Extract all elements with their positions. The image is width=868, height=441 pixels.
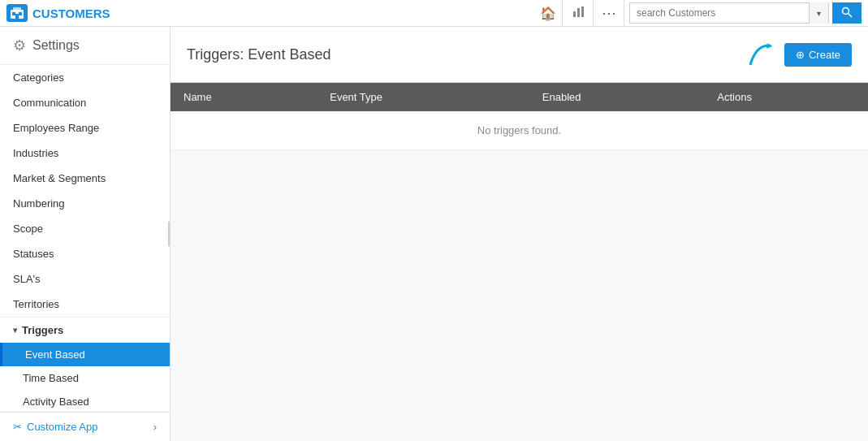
- sidebar-item-numbering[interactable]: Numbering: [0, 191, 170, 216]
- triggers-section: ▾ Triggers Event Based Time Based Activi…: [0, 317, 170, 413]
- empty-message: No triggers found.: [171, 111, 868, 150]
- settings-label: Settings: [32, 38, 80, 53]
- logo-icon: [6, 4, 28, 22]
- sidebar-nav: Categories Communication Employees Range…: [0, 65, 170, 317]
- svg-rect-5: [573, 11, 576, 17]
- sidebar-item-market-segments[interactable]: Market & Segments: [0, 166, 170, 191]
- svg-line-9: [849, 13, 853, 17]
- topbar-icons: 🏠 ··· ▾: [533, 0, 862, 27]
- more-icon: ···: [602, 5, 616, 22]
- settings-header: ⚙ Settings: [0, 27, 170, 65]
- triggers-header[interactable]: ▾ Triggers: [0, 318, 170, 343]
- layout: ⚙ Settings Categories Communication Empl…: [0, 27, 868, 441]
- more-button[interactable]: ···: [595, 0, 624, 27]
- triggers-table: Name Event Type Enabled Actions No trigg…: [171, 83, 868, 150]
- sidebar-item-activity-based[interactable]: Activity Based: [0, 390, 170, 413]
- empty-row: No triggers found.: [171, 111, 868, 150]
- sidebar-item-statuses[interactable]: Statuses: [0, 241, 170, 266]
- sidebar-item-employees-range[interactable]: Employees Range: [0, 115, 170, 141]
- sidebar-item-communication[interactable]: Communication: [0, 90, 170, 115]
- search-input[interactable]: [630, 3, 809, 23]
- gear-icon: ⚙: [13, 37, 26, 54]
- search-dropdown-button[interactable]: ▾: [809, 2, 828, 24]
- sidebar-item-industries[interactable]: Industries: [0, 141, 170, 166]
- create-label: Create: [809, 49, 840, 61]
- svg-rect-3: [19, 12, 22, 15]
- search-icon: [841, 6, 853, 20]
- customize-app-button[interactable]: ✂ Customize App ›: [0, 412, 170, 441]
- svg-rect-1: [13, 7, 21, 11]
- chevron-down-icon: ▾: [817, 9, 821, 18]
- sidebar: ⚙ Settings Categories Communication Empl…: [0, 27, 171, 441]
- scissors-icon: ✂: [13, 421, 22, 433]
- svg-rect-7: [581, 6, 584, 17]
- svg-rect-2: [12, 12, 15, 15]
- chart-icon: [572, 5, 585, 21]
- customize-app-label: Customize App: [27, 421, 97, 433]
- sidebar-item-slas[interactable]: SLA's: [0, 266, 170, 292]
- page-title: Triggers: Event Based: [187, 46, 330, 63]
- arrow-indicator-icon: [740, 35, 780, 74]
- home-icon: 🏠: [540, 6, 556, 21]
- create-button[interactable]: ⊕ Create: [784, 43, 852, 67]
- col-actions: Actions: [704, 83, 868, 111]
- triggers-arrow-icon: ▾: [13, 326, 17, 335]
- sidebar-item-territories[interactable]: Territories: [0, 292, 170, 317]
- sidebar-item-event-based[interactable]: Event Based: [0, 343, 170, 366]
- search-submit-button[interactable]: [832, 2, 862, 24]
- svg-rect-4: [15, 14, 19, 19]
- sidebar-item-time-based[interactable]: Time Based: [0, 366, 170, 390]
- search-container: ▾: [629, 2, 829, 24]
- plus-circle-icon: ⊕: [796, 49, 805, 61]
- svg-rect-6: [577, 8, 580, 17]
- col-enabled: Enabled: [529, 83, 704, 111]
- svg-point-8: [843, 7, 849, 14]
- main-content: Triggers: Event Based ⊕ Create Name: [171, 27, 868, 441]
- col-name: Name: [171, 83, 317, 111]
- chevron-right-icon: ›: [153, 421, 157, 433]
- header-right: ⊕ Create: [744, 40, 852, 69]
- chart-button[interactable]: [564, 0, 594, 27]
- app-logo: CUSTOMERS: [6, 4, 169, 22]
- app-title: CUSTOMERS: [32, 6, 110, 20]
- topbar: CUSTOMERS 🏠 ··· ▾: [0, 0, 868, 27]
- sidebar-item-categories[interactable]: Categories: [0, 65, 170, 90]
- sidebar-collapse-handle[interactable]: ‹: [168, 222, 171, 246]
- home-button[interactable]: 🏠: [533, 0, 563, 27]
- table-header-row: Name Event Type Enabled Actions: [171, 83, 868, 111]
- col-event-type: Event Type: [317, 83, 529, 111]
- content-header: Triggers: Event Based ⊕ Create: [171, 27, 868, 83]
- sidebar-item-scope[interactable]: Scope: [0, 216, 170, 241]
- triggers-label: Triggers: [22, 324, 63, 336]
